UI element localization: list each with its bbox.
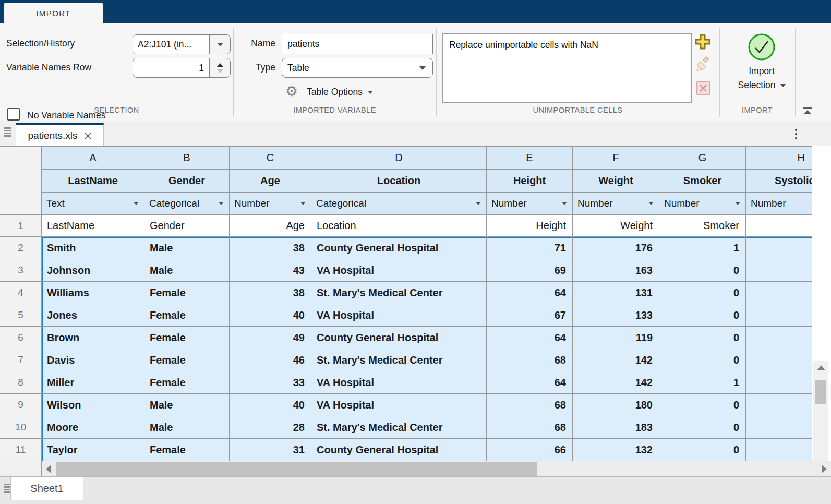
data-cell[interactable]: LastName	[42, 215, 144, 237]
chevron-down-icon[interactable]	[210, 35, 230, 54]
column-header-H[interactable]: H	[746, 147, 812, 170]
data-cell[interactable]: 0	[659, 349, 746, 371]
edit-rule-icon[interactable]	[695, 56, 712, 75]
data-cell[interactable]: County General Hospital	[311, 439, 487, 461]
row-number[interactable]: 4	[0, 282, 42, 304]
data-cell[interactable]: Female	[144, 439, 230, 461]
data-cell[interactable]: 0	[659, 394, 746, 416]
data-cell[interactable]: County General Hospital	[311, 237, 487, 259]
data-cell[interactable]: St. Mary's Medical Center	[311, 282, 487, 304]
data-cell[interactable]	[746, 282, 812, 304]
tab-import[interactable]: IMPORT	[4, 3, 103, 24]
data-cell[interactable]: Wilson	[42, 394, 144, 416]
data-cell[interactable]: Female	[144, 304, 230, 327]
data-cell[interactable]: VA Hospital	[311, 304, 487, 327]
data-cell[interactable]: 183	[573, 416, 659, 439]
data-cell[interactable]: 28	[230, 416, 311, 439]
data-cell[interactable]: 0	[659, 327, 746, 349]
type-select-B[interactable]: Categorical	[144, 193, 230, 215]
column-header-A[interactable]: A	[42, 147, 144, 170]
data-cell[interactable]	[746, 416, 812, 439]
row-number[interactable]: 9	[0, 394, 42, 416]
data-cell[interactable]: VA Hospital	[311, 259, 487, 282]
data-cell[interactable]: VA Hospital	[311, 394, 487, 416]
delete-rule-icon[interactable]	[695, 80, 711, 98]
data-cell[interactable]	[746, 304, 812, 327]
row-number[interactable]: 7	[0, 349, 42, 371]
data-cell[interactable]	[746, 394, 812, 416]
data-cell[interactable]: 43	[230, 259, 311, 282]
data-cell[interactable]	[746, 237, 812, 259]
data-cell[interactable]	[746, 349, 812, 371]
spinner-up-icon[interactable]	[217, 63, 223, 67]
data-cell[interactable]: 49	[230, 327, 311, 349]
document-tab-patients[interactable]: patients.xls	[16, 123, 104, 146]
data-cell[interactable]: 68	[487, 349, 573, 371]
type-select-C[interactable]: Number	[230, 193, 311, 215]
tab-overflow-menu-icon[interactable]	[792, 127, 800, 141]
drag-grip-icon[interactable]	[4, 484, 10, 493]
data-cell[interactable]: 66	[487, 439, 573, 461]
data-cell[interactable]: 46	[230, 349, 311, 371]
spinner-down-icon[interactable]	[217, 69, 223, 73]
data-cell[interactable]: Female	[144, 327, 230, 349]
row-number[interactable]: 3	[0, 259, 42, 282]
type-select-H[interactable]: Number	[746, 193, 812, 215]
data-cell[interactable]: 132	[573, 439, 659, 461]
column-header-C[interactable]: C	[230, 147, 311, 170]
data-cell[interactable]: 176	[573, 237, 659, 259]
data-cell[interactable]: 142	[573, 371, 659, 394]
vertical-scroll-thumb[interactable]	[815, 380, 826, 404]
variable-names-row-value[interactable]: 1	[133, 58, 210, 77]
data-cell[interactable]: 0	[659, 282, 746, 304]
column-header-D[interactable]: D	[311, 147, 487, 170]
variable-name-A[interactable]: LastName	[42, 170, 144, 193]
scroll-right-icon[interactable]	[822, 465, 827, 473]
column-header-B[interactable]: B	[144, 147, 230, 170]
horizontal-scrollbar[interactable]	[42, 461, 831, 476]
data-cell[interactable]: VA Hospital	[311, 371, 487, 394]
data-cell[interactable]	[746, 371, 812, 394]
variable-name-G[interactable]: Smoker	[659, 170, 746, 193]
data-cell[interactable]: 33	[230, 371, 311, 394]
data-cell[interactable]: Female	[144, 371, 230, 394]
data-cell[interactable]: St. Mary's Medical Center	[311, 349, 487, 371]
import-selection-button[interactable]: Import Selection	[725, 33, 798, 106]
unimportable-rules-list[interactable]: Replace unimportable cells with NaN	[442, 33, 692, 103]
data-cell[interactable]: Male	[144, 259, 230, 282]
data-cell[interactable]: 119	[573, 327, 659, 349]
data-cell[interactable]: Female	[144, 349, 230, 371]
data-cell[interactable]: 0	[659, 439, 746, 461]
data-cell[interactable]	[746, 439, 812, 461]
row-number[interactable]: 6	[0, 327, 42, 349]
data-cell[interactable]: Age	[230, 215, 311, 237]
data-cell[interactable]: Location	[311, 215, 487, 237]
data-cell[interactable]: Male	[144, 416, 230, 439]
data-cell[interactable]: 64	[487, 371, 573, 394]
variable-names-row-spinner[interactable]: 1	[133, 58, 231, 78]
data-cell[interactable]: Gender	[144, 215, 230, 237]
data-cell[interactable]: Miller	[42, 371, 144, 394]
row-number[interactable]: 10	[0, 416, 42, 439]
data-cell[interactable]: 0	[659, 259, 746, 282]
data-cell[interactable]: 31	[230, 439, 311, 461]
column-header-G[interactable]: G	[659, 147, 746, 170]
data-cell[interactable]: 38	[230, 282, 311, 304]
close-icon[interactable]	[84, 132, 92, 140]
data-cell[interactable]: Weight	[573, 215, 659, 237]
data-cell[interactable]: Male	[144, 394, 230, 416]
data-cell[interactable]: 68	[487, 394, 573, 416]
column-header-F[interactable]: F	[573, 147, 659, 170]
row-number[interactable]: 8	[0, 371, 42, 394]
variable-name-B[interactable]: Gender	[144, 170, 230, 193]
data-cell[interactable]: Johnson	[42, 259, 144, 282]
type-select-D[interactable]: Categorical	[311, 193, 487, 215]
scroll-left-icon[interactable]	[46, 465, 51, 473]
row-number[interactable]: 11	[0, 439, 42, 461]
data-cell[interactable]: 69	[487, 259, 573, 282]
data-cell[interactable]: County General Hospital	[311, 327, 487, 349]
data-cell[interactable]: Davis	[42, 349, 144, 371]
data-cell[interactable]: Williams	[42, 282, 144, 304]
data-cell[interactable]: 0	[659, 416, 746, 439]
name-input[interactable]: patients	[282, 34, 433, 54]
